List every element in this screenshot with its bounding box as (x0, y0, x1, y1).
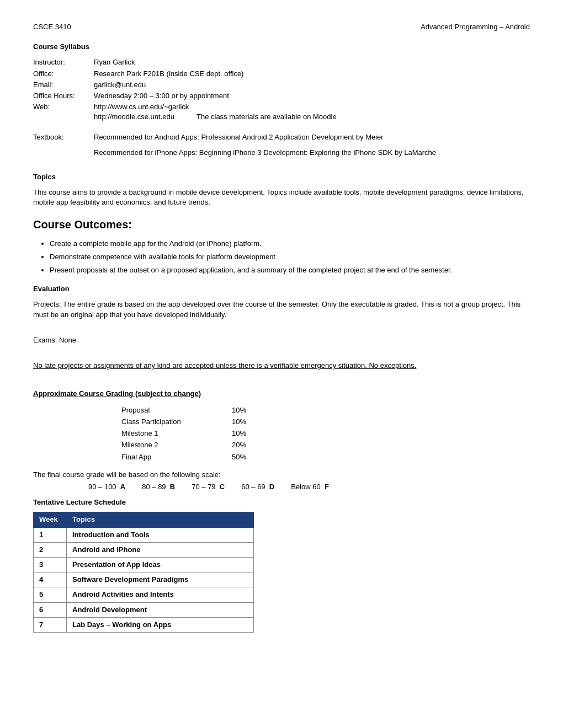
table-row: 7Lab Days – Working on Apps (34, 617, 254, 632)
email-value: garlick@unt.edu (94, 80, 146, 90)
schedule-table: Week Topics 1Introduction and Tools2Andr… (33, 512, 254, 633)
web-values: http://www.cs.unt.edu/~garlick http://mo… (94, 102, 337, 122)
topic-cell: Introduction and Tools (67, 527, 254, 542)
grading-title-close: ) (199, 389, 201, 398)
course-outcomes-section: Course Outcomes: Create a complete mobil… (33, 217, 530, 276)
outcome-2: Demonstrate competence with available to… (50, 252, 530, 262)
scale-f: Below 60 F (291, 482, 329, 492)
schedule-section: Tentative Lecture Schedule Week Topics 1… (33, 497, 530, 633)
grading-pct-finalapp: 50% (232, 452, 246, 462)
table-row: 6Android Development (34, 602, 254, 617)
moodle-note: The class materials are available on Moo… (196, 112, 337, 122)
web-row: Web: http://www.cs.unt.edu/~garlick http… (33, 102, 530, 122)
course-title: Advanced Programming – Android (421, 22, 530, 32)
table-row: 1Introduction and Tools (34, 527, 254, 542)
grading-row-participation: Class Participation 10% (121, 417, 530, 427)
tentative-title: Tentative Lecture Schedule (33, 497, 530, 507)
hours-label: Office Hours: (33, 91, 94, 101)
grading-title-text: Approximate Course Grading ( (33, 389, 137, 398)
scale-intro: The final course grade will be based on … (33, 470, 530, 480)
grading-item-milestone2: Milestone 2 (121, 440, 232, 450)
instructor-value: Ryan Garlick (94, 57, 135, 67)
grading-row-finalapp: Final App 50% (121, 452, 530, 462)
col-topics: Topics (67, 512, 254, 527)
outcome-1: Create a complete mobile app for the And… (50, 239, 530, 249)
table-row: 4Software Development Paradigms (34, 572, 254, 587)
no-late-text: No late projects or assignments of any k… (33, 361, 530, 371)
week-cell: 3 (34, 557, 67, 572)
projects-desc: Projects: The entire grade is based on t… (33, 299, 530, 319)
instructor-label: Instructor: (33, 57, 94, 67)
scale-d: 60 – 69 D (241, 482, 274, 492)
table-row: 3Presentation of App Ideas (34, 557, 254, 572)
email-label: Email: (33, 80, 94, 90)
grading-item-milestone1: Milestone 1 (121, 429, 232, 438)
office-label: Office: (33, 69, 94, 79)
grading-item-finalapp: Final App (121, 452, 232, 462)
syllabus-title: Course Syllabus (33, 42, 530, 52)
topics-description: This course aims to provide a background… (33, 188, 530, 207)
grading-row-milestone1: Milestone 1 10% (121, 429, 530, 438)
outcomes-list: Create a complete mobile app for the And… (50, 239, 530, 276)
textbook-value2: Recommended for iPhone Apps: Beginning i… (94, 148, 436, 158)
grading-row-proposal: Proposal 10% (121, 405, 530, 415)
textbook-row: Textbook: Recommended for Android Apps: … (33, 132, 530, 158)
exams-desc: Exams: None. (33, 335, 530, 345)
grading-title: Approximate Course Grading (subject to c… (33, 389, 530, 399)
outcome-3: Present proposals at the outset on a pro… (50, 265, 530, 275)
email-row: Email: garlick@unt.edu (33, 80, 530, 90)
scale-grades: 90 – 100 A 80 – 89 B 70 – 79 C 60 – 69 D… (88, 482, 530, 492)
grading-item-proposal: Proposal (121, 405, 232, 415)
evaluation-section: Evaluation Projects: The entire grade is… (33, 284, 530, 371)
topics-section: Topics This course aims to provide a bac… (33, 172, 530, 208)
web-value1: http://www.cs.unt.edu/~garlick (94, 102, 337, 112)
instructor-row: Instructor: Ryan Garlick (33, 57, 530, 67)
topic-cell: Lab Days – Working on Apps (67, 617, 254, 632)
topic-cell: Software Development Paradigms (67, 572, 254, 587)
page-header: CSCE 3410 Advanced Programming – Android (33, 22, 530, 32)
schedule-header-row: Week Topics (34, 512, 254, 527)
topic-cell: Android Development (67, 602, 254, 617)
course-outcomes-title: Course Outcomes: (33, 217, 530, 232)
topic-cell: Android and iPhone (67, 542, 254, 557)
scale-a: 90 – 100 A (88, 482, 125, 492)
week-cell: 5 (34, 587, 67, 602)
grading-title-underline: subject to change (137, 389, 199, 398)
topic-cell: Android Activities and Intents (67, 587, 254, 602)
scale-c: 70 – 79 C (192, 482, 225, 492)
scale-section: The final course grade will be based on … (33, 470, 530, 492)
grading-row-milestone2: Milestone 2 20% (121, 440, 530, 450)
week-cell: 2 (34, 542, 67, 557)
course-code: CSCE 3410 (33, 22, 71, 32)
instructor-info: Instructor: Ryan Garlick Office: Researc… (33, 57, 530, 122)
textbook-value1: Recommended for Android Apps: Profession… (94, 132, 436, 142)
hours-value: Wednesday 2:00 – 3:00 or by appointment (94, 91, 229, 101)
hours-row: Office Hours: Wednesday 2:00 – 3:00 or b… (33, 91, 530, 101)
grading-section: Approximate Course Grading (subject to c… (33, 389, 530, 493)
textbook-label: Textbook: (33, 132, 94, 158)
week-cell: 7 (34, 617, 67, 632)
grading-pct-proposal: 10% (232, 405, 246, 415)
grading-item-participation: Class Participation (121, 417, 232, 427)
week-cell: 6 (34, 602, 67, 617)
web-line2: http://moodle.cse.unt.edu The class mate… (94, 112, 337, 122)
grading-pct-milestone1: 10% (232, 429, 246, 438)
table-row: 5Android Activities and Intents (34, 587, 254, 602)
grading-pct-participation: 10% (232, 417, 246, 427)
grading-pct-milestone2: 20% (232, 440, 246, 450)
textbook-values: Recommended for Android Apps: Profession… (94, 132, 436, 158)
evaluation-title: Evaluation (33, 284, 530, 294)
office-value: Research Park F201B (inside CSE dept. of… (94, 69, 243, 79)
grading-items: Proposal 10% Class Participation 10% Mil… (121, 405, 530, 462)
scale-b: 80 – 89 B (142, 482, 175, 492)
topics-title: Topics (33, 172, 530, 182)
table-row: 2Android and iPhone (34, 542, 254, 557)
topic-cell: Presentation of App Ideas (67, 557, 254, 572)
col-week: Week (34, 512, 67, 527)
week-cell: 1 (34, 527, 67, 542)
week-cell: 4 (34, 572, 67, 587)
web-value2: http://moodle.cse.unt.edu (94, 112, 174, 122)
web-label: Web: (33, 102, 94, 122)
office-row: Office: Research Park F201B (inside CSE … (33, 69, 530, 79)
